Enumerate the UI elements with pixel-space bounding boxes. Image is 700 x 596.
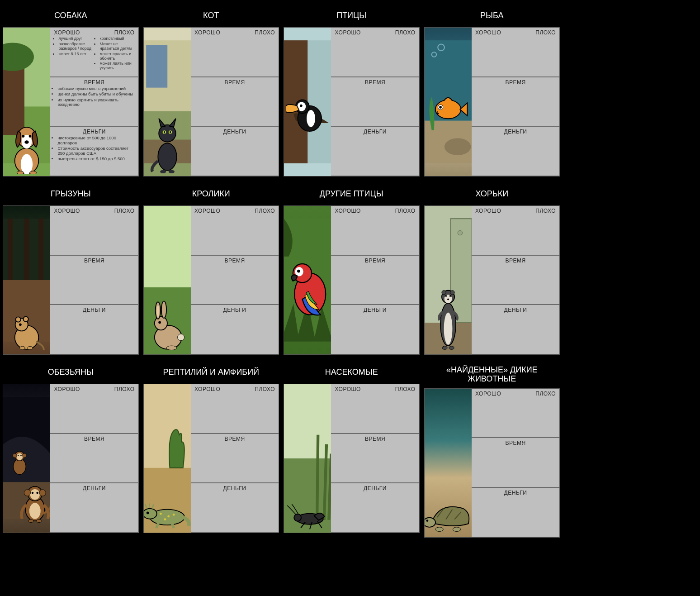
svg-point-78 [442, 346, 447, 350]
label-good: ХОРОШО [54, 29, 93, 36]
card-other-birds: ХОРОШОПЛОХО ВРЕМЯ ДЕНЬГИ [284, 205, 420, 355]
card-dog: ХОРОШО лучший друг разнообразие размеров… [3, 27, 139, 176]
cell-wild: «НАЙДЕННЫЕ» ДИКИЕ ЖИВОТНЫЕ ХОРОШОПЛ [424, 359, 560, 538]
svg-point-104 [160, 513, 162, 515]
cell-birds: ПТИЦЫ [284, 3, 420, 176]
svg-point-58 [177, 334, 184, 341]
good-content: лучший друг разнообразие размеров / поро… [54, 37, 93, 57]
monkey-icon [3, 445, 50, 530]
svg-point-48 [24, 316, 28, 321]
card-birds: ХОРОШОПЛОХО ВРЕМЯ ДЕНЬГИ [284, 27, 420, 176]
svg-point-31 [307, 110, 315, 127]
illustration-toucan [284, 28, 331, 176]
illustration-ferret [425, 206, 472, 354]
svg-point-22 [170, 131, 171, 134]
title-rodents: ГРЫЗУНЫ [3, 181, 139, 205]
svg-point-113 [426, 520, 428, 522]
bad-content: кропотливый Может не нравиться детям мож… [95, 37, 134, 71]
card-ferrets: ХОРОШОПЛОХО ВРЕМЯ ДЕНЬГИ [424, 205, 560, 355]
title-birds: ПТИЦЫ [284, 3, 420, 27]
svg-point-90 [29, 503, 41, 519]
row-time: ВРЕМЯ собакам нужно много упражнений щен… [50, 77, 138, 127]
svg-rect-14 [146, 45, 167, 88]
svg-point-79 [449, 346, 454, 350]
cell-cat: КОТ [143, 3, 279, 176]
title-wild: «НАЙДЕННЫЕ» ДИКИЕ ЖИВОТНЫЕ [424, 359, 560, 388]
info-cat: ХОРОШОПЛОХО ВРЕМЯ ДЕНЬГИ [191, 28, 279, 176]
svg-point-39 [439, 106, 442, 109]
info-insects: ХОРОШОПЛОХО ВРЕМЯ ДЕНЬГИ [331, 384, 419, 533]
lizard-icon [144, 496, 191, 530]
svg-point-92 [30, 489, 40, 500]
svg-point-96 [37, 492, 38, 494]
illustration-monkey [3, 384, 50, 533]
svg-point-107 [164, 519, 166, 521]
turtle-icon [425, 496, 472, 534]
svg-point-12 [30, 171, 37, 174]
illustration-cricket [284, 384, 331, 533]
svg-point-10 [25, 141, 29, 144]
title-other-birds: ДРУГИЕ ПТИЦЫ [284, 181, 420, 205]
svg-point-84 [17, 453, 23, 460]
storyboard-grid: СОБАКА [3, 3, 560, 538]
title-insects: НАСЕКОМЫЕ [284, 359, 420, 384]
title-reptiles: РЕПТИЛИЙ И АМФИБИЙ [143, 359, 279, 384]
svg-point-111 [294, 514, 301, 521]
svg-point-5 [21, 154, 33, 174]
ferret-icon [427, 267, 469, 352]
svg-point-11 [17, 171, 24, 174]
title-rabbits: КРОЛИКИ [143, 181, 279, 205]
svg-rect-43 [38, 219, 43, 280]
svg-point-17 [158, 143, 176, 170]
svg-point-88 [20, 455, 22, 456]
cell-other-birds: ДРУГИЕ ПТИЦЫ [284, 181, 420, 355]
cell-dog: СОБАКА [3, 3, 139, 176]
label-time: ВРЕМЯ [53, 79, 135, 86]
rabbit-icon [146, 297, 189, 352]
title-fish: РЫБА [424, 3, 560, 27]
svg-point-51 [28, 346, 33, 350]
time-content: собакам нужно много упражнений щенки дол… [53, 86, 135, 107]
cricket-icon [285, 503, 330, 530]
card-monkeys: ХОРОШОПЛОХО ВРЕМЯ ДЕНЬГИ [3, 384, 139, 533]
info-rodents: ХОРОШОПЛОХО ВРЕМЯ ДЕНЬГИ [50, 206, 138, 354]
svg-point-87 [18, 455, 19, 456]
svg-point-106 [172, 514, 175, 516]
svg-point-95 [32, 492, 33, 494]
title-ferrets: ХОРЬКИ [424, 181, 560, 205]
svg-point-102 [144, 509, 157, 519]
svg-point-75 [445, 295, 447, 297]
illustration-rabbit [144, 206, 191, 354]
svg-point-47 [16, 317, 21, 322]
card-rodents: ХОРОШОПЛОХО ВРЕМЯ ДЕНЬГИ [3, 205, 139, 355]
svg-point-64 [297, 270, 300, 273]
svg-point-67 [458, 230, 462, 235]
info-dog: ХОРОШО лучший друг разнообразие размеров… [50, 28, 138, 176]
goldfish-icon [427, 92, 469, 126]
info-fish: ХОРОШОПЛОХО ВРЕМЯ ДЕНЬГИ [472, 28, 559, 176]
info-other-birds: ХОРОШОПЛОХО ВРЕМЯ ДЕНЬГИ [331, 206, 419, 354]
card-cat: ХОРОШОПЛОХО ВРЕМЯ ДЕНЬГИ [143, 27, 279, 176]
row-good-bad: ХОРОШО лучший друг разнообразие размеров… [50, 28, 138, 77]
illustration-lizard [144, 384, 191, 533]
svg-point-53 [155, 316, 167, 330]
svg-point-85 [13, 453, 17, 458]
illustration-cat [144, 28, 191, 176]
svg-point-24 [169, 170, 175, 174]
svg-point-93 [24, 490, 31, 496]
dog-icon [5, 114, 48, 174]
svg-rect-42 [24, 219, 29, 280]
svg-point-97 [28, 520, 33, 523]
svg-point-49 [19, 323, 22, 326]
svg-point-55 [161, 301, 166, 318]
row-money: ДЕНЬГИ чистокровные от 500 до 1000 долла… [50, 126, 138, 176]
svg-point-59 [166, 346, 177, 350]
svg-point-36 [444, 138, 471, 155]
info-monkeys: ХОРОШОПЛОХО ВРЕМЯ ДЕНЬГИ [50, 384, 138, 533]
svg-point-56 [156, 305, 159, 317]
info-birds: ХОРОШОПЛОХО ВРЕМЯ ДЕНЬГИ [331, 28, 419, 176]
card-reptiles: ХОРОШОПЛОХО ВРЕМЯ ДЕНЬГИ [143, 384, 279, 533]
svg-point-9 [29, 135, 32, 138]
svg-point-30 [300, 104, 303, 107]
cell-insects: НАСЕКОМЫЕ [284, 359, 420, 538]
